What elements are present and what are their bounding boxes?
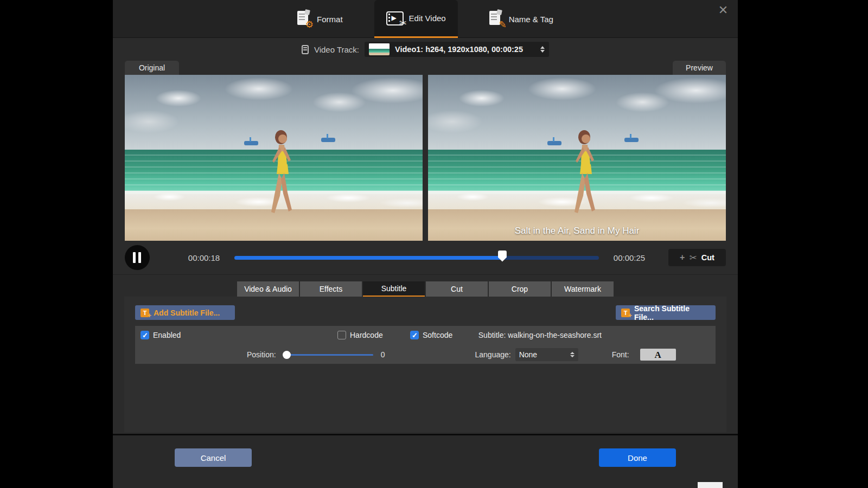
softcode-checkbox[interactable]: [410, 331, 419, 339]
position-slider[interactable]: [284, 354, 373, 356]
video-track-value: Video1: h264, 1920x1080, 00:00:25: [395, 45, 535, 54]
current-time: 00:00:18: [180, 253, 228, 262]
subtitle-settings-box: Enabled Hardcode Softcode Subtitle: walk…: [135, 326, 716, 364]
position-value: 0: [381, 350, 385, 359]
font-glyph: A: [654, 350, 661, 359]
film-reel-icon: [302, 45, 309, 54]
seek-bar[interactable]: [234, 256, 599, 260]
cut-button[interactable]: + ✂ Cut: [668, 249, 726, 266]
chevron-updown-icon: [540, 46, 545, 53]
edit-video-icon: ▶ ✂: [386, 11, 404, 25]
preview-labels-row: Original Preview: [113, 61, 738, 75]
chevron-updown-icon: [570, 352, 575, 357]
total-time: 00:00:25: [605, 253, 653, 262]
walking-woman: [559, 130, 608, 224]
edit-section: Video & Audio Effects Subtitle Cut Crop …: [113, 274, 738, 432]
language-label: Language:: [475, 350, 511, 359]
done-button[interactable]: Done: [599, 448, 676, 467]
name-tag-icon: ✎: [489, 11, 503, 27]
font-label: Font:: [612, 350, 629, 359]
cut-button-label: Cut: [701, 253, 714, 262]
video-previews: Salt in the Air, Sand in My Hair: [113, 75, 738, 241]
corner-artifact: [698, 482, 723, 488]
subtitle-file-icon: T: [141, 309, 149, 317]
tab-format-label: Format: [317, 15, 343, 24]
original-label: Original: [125, 61, 179, 75]
footer-bar: Cancel Done: [113, 434, 738, 488]
preview-label: Preview: [673, 61, 726, 75]
tab-edit-video-label: Edit Video: [409, 14, 446, 23]
boat: [321, 138, 335, 142]
walking-woman: [256, 130, 305, 224]
header-bar: ⚙ Format ▶ ✂ Edit Video ✎ Name: [113, 0, 738, 38]
language-value: None: [519, 350, 570, 359]
enabled-label: Enabled: [153, 331, 181, 339]
tab-effects[interactable]: Effects: [300, 281, 362, 297]
boat: [624, 138, 639, 142]
plus-icon: +: [680, 253, 685, 262]
add-subtitle-file-label: Add Subtitle File...: [154, 309, 220, 317]
position-slider-knob[interactable]: [283, 351, 291, 359]
language-select[interactable]: None: [515, 348, 578, 361]
tab-watermark[interactable]: Watermark: [552, 281, 614, 297]
screen-background: ⚙ Format ▶ ✂ Edit Video ✎ Name: [0, 0, 868, 488]
original-video-frame[interactable]: [125, 75, 423, 241]
video-track-select[interactable]: Video1: h264, 1920x1080, 00:00:25: [365, 42, 549, 57]
enabled-checkbox[interactable]: [141, 331, 149, 339]
tab-edit-video[interactable]: ▶ ✂ Edit Video: [374, 0, 458, 38]
hardcode-label: Hardcode: [350, 331, 383, 339]
playhead-handle[interactable]: [498, 251, 507, 262]
tab-cut[interactable]: Cut: [426, 281, 488, 297]
search-subtitle-file-label: Search Subtitle File...: [634, 304, 710, 322]
pause-button[interactable]: [125, 245, 150, 270]
tab-name-tag[interactable]: ✎ Name & Tag: [477, 0, 565, 38]
softcode-label: Softcode: [423, 331, 452, 339]
main-tabs: ⚙ Format ▶ ✂ Edit Video ✎ Name: [113, 0, 738, 38]
video-track-label: Video Track:: [314, 45, 359, 54]
subtitle-overlay-text: Salt in the Air, Sand in My Hair: [428, 226, 726, 236]
tab-video-audio[interactable]: Video & Audio: [237, 281, 299, 297]
add-subtitle-file-button[interactable]: T Add Subtitle File...: [135, 305, 235, 320]
tab-name-tag-label: Name & Tag: [509, 15, 553, 24]
subtitle-filename: Subtitle: walking-on-the-seashore.srt: [478, 331, 602, 339]
scissors-icon: ✂: [689, 252, 697, 264]
app-window: ⚙ Format ▶ ✂ Edit Video ✎ Name: [113, 0, 738, 488]
subtitle-file-icon: T: [621, 309, 630, 317]
cancel-button[interactable]: Cancel: [175, 448, 252, 467]
playback-controls: 00:00:18 00:00:25 + ✂ Cut: [113, 241, 738, 274]
tab-subtitle[interactable]: Subtitle: [363, 281, 425, 297]
hardcode-checkbox[interactable]: [337, 331, 346, 339]
preview-video-frame[interactable]: Salt in the Air, Sand in My Hair: [428, 75, 726, 241]
seek-progress: [234, 256, 502, 260]
position-label: Position:: [247, 350, 276, 359]
tab-crop[interactable]: Crop: [489, 281, 551, 297]
tab-format[interactable]: ⚙ Format: [285, 0, 355, 38]
video-track-row: Video Track: Video1: h264, 1920x1080, 00…: [113, 38, 738, 61]
close-icon[interactable]: ✕: [716, 3, 730, 17]
edit-tabs: Video & Audio Effects Subtitle Cut Crop …: [113, 281, 738, 297]
format-icon: ⚙: [297, 11, 311, 27]
font-button[interactable]: A: [640, 349, 676, 361]
video-thumbnail: [369, 43, 390, 55]
search-subtitle-file-button[interactable]: T Search Subtitle File...: [616, 305, 716, 320]
subtitle-panel: T Add Subtitle File... T Search Subtitle…: [124, 297, 726, 432]
